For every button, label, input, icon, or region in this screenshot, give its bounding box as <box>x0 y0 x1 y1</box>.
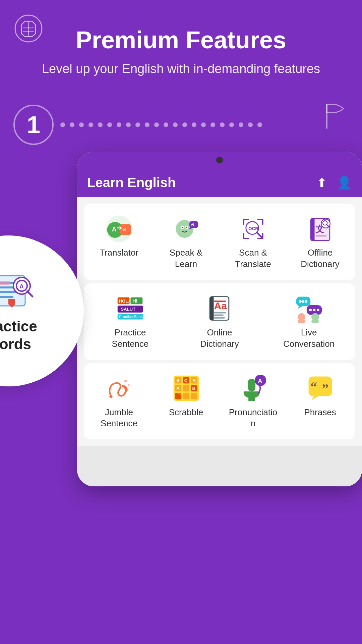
svg-rect-31 <box>311 218 314 240</box>
offline-dict-icon: 文 <box>305 214 335 244</box>
phone-header-actions: ⬆ 👤 <box>317 176 352 190</box>
feature-live-conversation[interactable]: LiveConversation <box>266 290 352 353</box>
svg-text:Practice Sentence: Practice Sentence <box>119 315 144 319</box>
practice-words-icon: A <box>0 269 35 313</box>
svg-text:S: S <box>176 378 179 383</box>
svg-rect-48 <box>214 312 226 314</box>
step-number: 1 <box>13 105 54 145</box>
svg-point-23 <box>186 227 187 228</box>
feature-offline-dict[interactable]: 文 OfflineDictionary <box>288 210 352 273</box>
speak-learn-label: Speak &Learn <box>170 247 202 270</box>
practice-words-bubble: A PracticeWords <box>0 235 84 386</box>
feature-online-dictionary[interactable]: Aa OnlineDictionary <box>177 290 263 353</box>
svg-point-22 <box>182 227 183 228</box>
svg-text:A: A <box>19 283 24 290</box>
feature-grid-row2: HOLA HI SALUT Practice Sentence Practice… <box>84 283 355 360</box>
feature-phrases[interactable]: “ ” Phrases <box>288 370 352 433</box>
svg-rect-13 <box>0 281 10 285</box>
brain-icon <box>13 13 44 44</box>
svg-text:A: A <box>258 378 262 384</box>
svg-point-53 <box>299 300 302 303</box>
svg-text:A: A <box>176 386 180 391</box>
svg-rect-83 <box>248 391 255 401</box>
feature-scrabble[interactable]: S C R A B Scrabble <box>154 370 218 433</box>
practice-words-label: PracticeWords <box>0 318 37 353</box>
svg-text:“: “ <box>310 380 317 394</box>
profile-icon[interactable]: 👤 <box>337 176 352 190</box>
phone-app-title: Learn English <box>87 175 176 190</box>
svg-rect-33 <box>315 235 326 236</box>
svg-text:A: A <box>112 226 116 233</box>
live-conversation-label: LiveConversation <box>283 327 335 350</box>
svg-text:अ: अ <box>122 226 126 232</box>
svg-text:x: x <box>191 222 194 227</box>
feature-grid-row3: JumbleSentence <box>84 363 355 440</box>
svg-point-57 <box>309 309 312 312</box>
phone-bottom-bar <box>77 446 362 486</box>
speak-learn-icon: A x <box>171 214 201 244</box>
jumble-sentence-label: JumbleSentence <box>101 407 137 430</box>
pronunciation-icon: A <box>238 373 268 404</box>
svg-text:C: C <box>184 378 187 383</box>
flag-icon <box>322 101 349 133</box>
svg-rect-46 <box>210 297 214 320</box>
page-subtitle: Level up your English with in-demanding … <box>13 60 349 78</box>
svg-rect-61 <box>298 320 306 323</box>
svg-line-29 <box>256 232 261 237</box>
svg-text:”: ” <box>322 381 328 396</box>
svg-point-58 <box>313 309 316 312</box>
svg-point-64 <box>109 395 112 398</box>
practice-sentence-icon: HOLA HI SALUT Practice Sentence <box>115 293 145 324</box>
svg-text:R: R <box>192 378 196 383</box>
svg-point-66 <box>128 384 130 386</box>
phone-header: Learn English ⬆ 👤 <box>77 168 362 197</box>
svg-text:SALUT: SALUT <box>121 307 135 312</box>
feature-jumble-sentence[interactable]: JumbleSentence <box>87 370 151 433</box>
offline-dict-label: OfflineDictionary <box>301 247 340 270</box>
svg-point-60 <box>298 313 306 321</box>
svg-text:HOLA: HOLA <box>119 299 131 304</box>
translator-icon: A अ <box>104 214 134 244</box>
online-dictionary-icon: Aa <box>204 293 235 324</box>
step-indicator-row: 1 <box>0 91 362 152</box>
svg-line-12 <box>27 291 33 297</box>
pronunciation-label: Pronunciation <box>229 407 278 430</box>
scan-translate-icon: OCR <box>238 214 268 244</box>
svg-rect-72 <box>183 385 189 391</box>
header-section: Premium Features Level up your English w… <box>0 0 362 91</box>
svg-point-55 <box>305 300 307 303</box>
svg-rect-7 <box>0 296 13 298</box>
phrases-icon: “ ” <box>305 373 335 404</box>
svg-rect-63 <box>311 320 319 323</box>
scrabble-icon: S C R A B <box>171 373 201 404</box>
phone-body: A अ Translator <box>77 197 362 446</box>
svg-rect-75 <box>183 393 189 399</box>
share-icon[interactable]: ⬆ <box>317 176 327 190</box>
practice-sentence-label: PracticeSentence <box>112 327 148 350</box>
phone-mockup: Learn English ⬆ 👤 A <box>77 152 362 486</box>
svg-text:B: B <box>192 386 195 391</box>
scan-translate-label: Scan &Translate <box>235 247 271 270</box>
online-dictionary-label: OnlineDictionary <box>200 327 239 350</box>
page-title: Premium Features <box>13 27 349 53</box>
feature-translator[interactable]: A अ Translator <box>87 210 151 273</box>
phrases-label: Phrases <box>304 407 336 418</box>
feature-practice-sentence[interactable]: HOLA HI SALUT Practice Sentence Practice… <box>87 290 173 353</box>
jumble-sentence-icon <box>104 373 134 404</box>
phone-top-bar <box>77 152 362 168</box>
svg-point-54 <box>302 300 305 303</box>
feature-pronunciation[interactable]: A Pronunciation <box>221 370 285 433</box>
svg-point-59 <box>317 309 319 312</box>
feature-scan-translate[interactable]: OCR Scan &Translate <box>221 210 285 273</box>
svg-rect-50 <box>214 317 225 319</box>
feature-grid-row1: A अ Translator <box>84 204 355 280</box>
feature-speak-learn[interactable]: A x Speak &Learn <box>154 210 218 273</box>
translator-label: Translator <box>100 247 138 259</box>
scrabble-label: Scrabble <box>169 407 203 418</box>
svg-rect-51 <box>214 301 226 302</box>
svg-point-62 <box>311 313 319 321</box>
svg-rect-49 <box>214 315 224 316</box>
svg-point-65 <box>124 380 127 382</box>
svg-rect-84 <box>248 379 255 391</box>
svg-text:OCR: OCR <box>248 226 258 231</box>
